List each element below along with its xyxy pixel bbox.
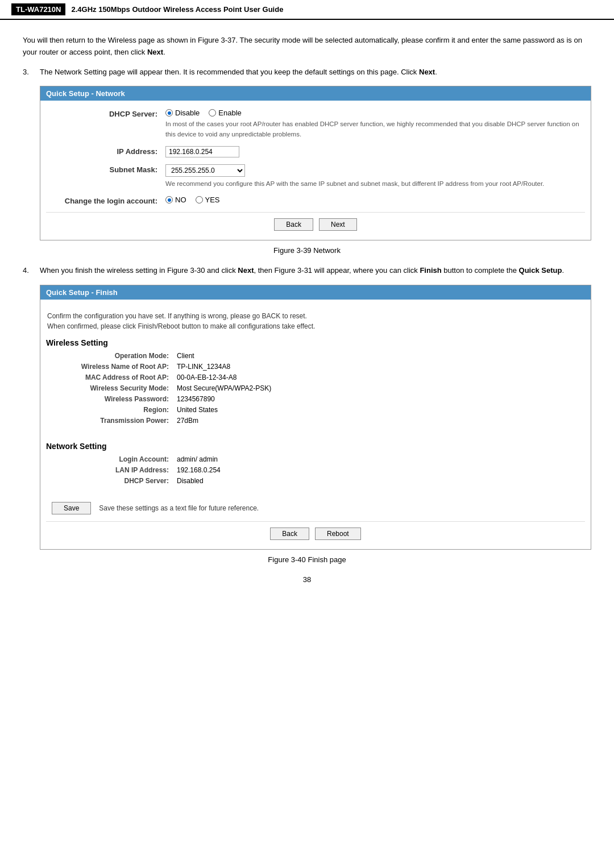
item4-text: When you finish the wireless setting in … [40, 265, 591, 277]
finish-val-region: United States [177, 406, 218, 414]
item4-text-part1: When you finish the wireless setting in … [40, 266, 238, 275]
finish-label-lan-ip: LAN IP Address: [52, 466, 177, 474]
finish-val-dhcp-server: Disabled [177, 477, 204, 485]
item4-bold-finish: Finish [420, 266, 441, 275]
network-setting-heading: Network Setting [46, 442, 585, 451]
finish-row-wireless-name: Wireless Name of Root AP: TP-LINK_1234A8 [46, 363, 585, 371]
finish-intro-line2: When confirmed, please click Finish/Rebo… [47, 321, 584, 331]
item3-text-part: The Network Setting page will appear the… [40, 68, 419, 76]
finish-label-tx-power: Transmission Power: [52, 417, 177, 425]
item3-after: . [435, 68, 437, 76]
dhcp-disable-label: Disable [175, 109, 200, 117]
finish-panel-body: Confirm the configuration you have set. … [40, 300, 591, 549]
save-button[interactable]: Save [52, 502, 91, 514]
item4-bold-next: Next [238, 266, 254, 275]
network-panel: Quick Setup - Network DHCP Server: Disab… [40, 86, 591, 240]
dhcp-enable-option[interactable]: Enable [209, 109, 241, 117]
save-row: Save Save these settings as a text file … [46, 496, 585, 517]
figure40-caption: Figure 3-40 Finish page [23, 555, 591, 564]
dhcp-label: DHCP Server: [52, 109, 165, 118]
page-content: You will then return to the Wireless pag… [0, 29, 614, 601]
finish-row-password: Wireless Password: 1234567890 [46, 395, 585, 403]
dhcp-radio-row: Disable Enable [165, 109, 579, 117]
dhcp-hint: In most of the cases your root AP/router… [165, 119, 579, 139]
finish-val-login: admin/ admin [177, 455, 218, 463]
ip-input[interactable] [165, 146, 239, 157]
finish-row-dhcp-server: DHCP Server: Disabled [46, 477, 585, 485]
dhcp-value: Disable Enable In most of the cases your… [165, 109, 579, 139]
finish-val-operation-mode: Client [177, 352, 194, 360]
dhcp-disable-radio[interactable] [165, 109, 173, 117]
network-panel-header: Quick Setup - Network [40, 86, 591, 101]
finish-val-password: 1234567890 [177, 395, 215, 403]
intro-after: . [163, 48, 165, 56]
subnet-label: Subnet Mask: [52, 164, 165, 174]
ip-row: IP Address: [46, 146, 585, 157]
subnet-value: 255.255.255.0 We recommend you configure… [165, 164, 579, 189]
network-btn-row: Back Next [46, 212, 585, 234]
finish-intro-line1: Confirm the configuration you have set. … [47, 311, 584, 321]
dhcp-disable-option[interactable]: Disable [165, 109, 200, 117]
finish-val-lan-ip: 192.168.0.254 [177, 466, 221, 474]
login-label: Change the login account: [52, 196, 165, 205]
item4-middle: , then Figure 3-31 will appear, where yo… [254, 266, 420, 275]
dhcp-enable-radio[interactable] [209, 109, 216, 117]
intro-text: You will then return to the Wireless pag… [23, 36, 582, 56]
subnet-row: Subnet Mask: 255.255.255.0 We recommend … [46, 164, 585, 189]
finish-val-wireless-name: TP-LINK_1234A8 [177, 363, 230, 371]
finish-label-wireless-name: Wireless Name of Root AP: [52, 363, 177, 371]
finish-row-mac: MAC Address of Root AP: 00-0A-EB-12-34-A… [46, 373, 585, 381]
login-no-radio[interactable] [165, 196, 173, 203]
login-yes-label: YES [205, 196, 220, 204]
item4-end: button to complete the [442, 266, 519, 275]
login-yes-radio[interactable] [196, 196, 203, 203]
page-number: 38 [23, 575, 591, 584]
finish-row-security: Wireless Security Mode: Most Secure(WPA/… [46, 384, 585, 392]
intro-bold: Next [147, 48, 163, 56]
item4-bold-qs: Quick Setup [519, 266, 562, 275]
finish-panel-header: Quick Setup - Finish [40, 285, 591, 300]
finish-intro: Confirm the configuration you have set. … [46, 308, 585, 331]
network-panel-body: DHCP Server: Disable Enable In most of t… [40, 101, 591, 240]
wireless-rows: Operation Mode: Client Wireless Name of … [46, 352, 585, 425]
network-next-button[interactable]: Next [319, 218, 357, 231]
finish-val-security: Most Secure(WPA/WPA2-PSK) [177, 384, 271, 392]
login-value: NO YES [165, 196, 579, 204]
ip-value [165, 146, 579, 157]
finish-panel: Quick Setup - Finish Confirm the configu… [40, 285, 591, 550]
item4-number: 4. [23, 265, 40, 277]
login-no-option[interactable]: NO [165, 196, 186, 204]
numbered-item-3: 3. The Network Setting page will appear … [23, 67, 591, 78]
save-hint: Save these settings as a text file for f… [99, 504, 259, 512]
ip-label: IP Address: [52, 146, 165, 156]
numbered-item-4: 4. When you finish the wireless setting … [23, 265, 591, 277]
finish-back-button[interactable]: Back [270, 528, 309, 540]
network-rows: Login Account: admin/ admin LAN IP Addre… [46, 455, 585, 485]
login-no-label: NO [175, 196, 186, 204]
finish-btn-row: Back Reboot [46, 521, 585, 543]
finish-label-password: Wireless Password: [52, 395, 177, 403]
figure39-caption: Figure 3-39 Network [23, 246, 591, 255]
finish-row-tx-power: Transmission Power: 27dBm [46, 417, 585, 425]
subnet-hint: We recommend you configure this AP with … [165, 179, 579, 189]
login-radio-row: NO YES [165, 196, 579, 204]
subnet-select[interactable]: 255.255.255.0 [165, 164, 245, 177]
item3-number: 3. [23, 67, 40, 78]
intro-paragraph: You will then return to the Wireless pag… [23, 35, 591, 59]
login-yes-option[interactable]: YES [196, 196, 220, 204]
finish-label-security: Wireless Security Mode: [52, 384, 177, 392]
finish-row-login: Login Account: admin/ admin [46, 455, 585, 463]
page-title: 2.4GHz 150Mbps Outdoor Wireless Access P… [71, 5, 283, 14]
finish-label-dhcp-server: DHCP Server: [52, 477, 177, 485]
finish-row-region: Region: United States [46, 406, 585, 414]
model-label: TL-WA7210N [11, 3, 65, 15]
network-back-button[interactable]: Back [274, 218, 313, 231]
dhcp-enable-label: Enable [218, 109, 241, 117]
finish-reboot-button[interactable]: Reboot [315, 528, 361, 540]
finish-val-tx-power: 27dBm [177, 417, 198, 425]
item4-after: . [562, 266, 564, 275]
login-account-row: Change the login account: NO YES [46, 196, 585, 205]
page-header: TL-WA7210N 2.4GHz 150Mbps Outdoor Wirele… [0, 0, 614, 20]
finish-row-operation-mode: Operation Mode: Client [46, 352, 585, 360]
finish-label-mac: MAC Address of Root AP: [52, 373, 177, 381]
